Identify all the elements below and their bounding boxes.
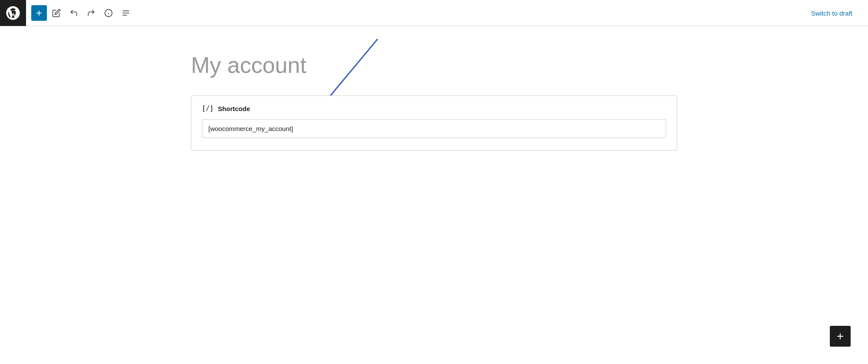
undo-icon [69,9,78,17]
pencil-icon [52,9,61,17]
main-content: My account [/] Shortcode [122,26,746,177]
shortcode-block-icon: [/] [202,105,214,112]
info-button[interactable] [101,5,116,21]
toolbar: + [0,0,868,26]
add-block-bottom-button[interactable]: + [830,326,851,347]
toolbar-right: Switch to draft [806,0,868,26]
shortcode-input[interactable] [202,119,666,138]
add-block-button[interactable]: + [31,5,47,21]
toolbar-left: + [26,5,139,21]
info-icon [104,9,113,17]
switch-to-draft-button[interactable]: Switch to draft [806,7,858,20]
edit-button[interactable] [49,5,64,21]
shortcode-block: [/] Shortcode [191,95,677,151]
shortcode-header: [/] Shortcode [202,105,666,112]
undo-button[interactable] [66,5,82,21]
redo-icon [87,9,95,17]
shortcode-block-label: Shortcode [218,105,250,112]
list-icon [122,9,130,17]
list-view-button[interactable] [118,5,134,21]
redo-button[interactable] [83,5,99,21]
wp-logo[interactable] [0,0,26,26]
wordpress-logo-icon [5,5,21,21]
page-title: My account [191,52,677,78]
